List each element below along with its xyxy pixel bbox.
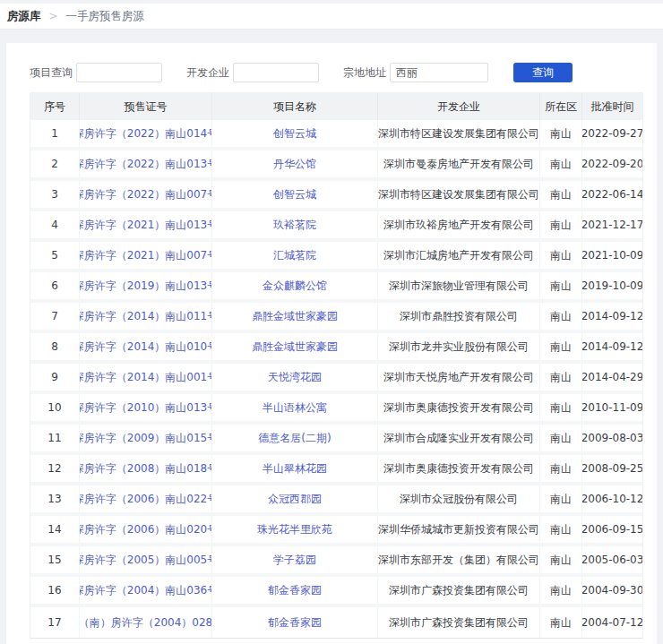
developer-name: 深圳市天悦房地产开发有限公司 <box>378 364 540 391</box>
cert-link[interactable]: 深房许字（2019）南山013号 <box>80 272 212 299</box>
district-cell: 南山 <box>540 364 582 391</box>
cert-link[interactable]: 深房许字（2014）南山001号 <box>80 364 212 391</box>
project-link[interactable]: 珠光花半里欣苑 <box>212 516 378 543</box>
table-row: 3 深房许字（2022）南山007号 创智云城 深圳市特区建设发展集团有限公司 … <box>30 181 642 211</box>
developer-name: 深圳市特区建设发展集团有限公司 <box>378 181 540 208</box>
cert-link[interactable]: 深房许字（2004）南山036号 <box>80 577 212 604</box>
project-link[interactable]: 众冠西郡园 <box>212 485 378 512</box>
table-row: 14 深房许字（2006）南山020号 珠光花半里欣苑 深圳华侨城城市更新投资有… <box>30 516 642 546</box>
developer-name: 深圳市广森投资集团有限公司 <box>378 577 540 604</box>
row-index: 13 <box>30 485 80 512</box>
project-link[interactable]: 郁金香家园 <box>212 577 378 604</box>
project-link[interactable]: 半山翠林花园 <box>212 455 378 482</box>
developer-name: 深圳市特区建设发展集团有限公司 <box>378 120 540 147</box>
project-link[interactable]: 汇城茗院 <box>212 242 378 269</box>
cert-link[interactable]: 深房许字（2021）南山007号 <box>80 242 212 269</box>
project-link[interactable]: 鼎胜金域世家豪园 <box>212 333 378 360</box>
table-row: 1 深房许字（2022）南山014号 创智云城 深圳市特区建设发展集团有限公司 … <box>30 120 642 150</box>
developer-name: 深圳市玖裕房地产开发有限公司 <box>378 211 540 238</box>
approval-date: 2014-04-29 <box>582 364 642 391</box>
project-search-input[interactable] <box>76 63 162 82</box>
project-link[interactable]: 创智云城 <box>212 120 378 147</box>
cert-link[interactable]: 深房许字（2022）南山007号 <box>80 181 212 208</box>
search-button[interactable]: 查询 <box>513 63 573 82</box>
table-row: 16 深房许字（2004）南山036号 郁金香家园 深圳市广森投资集团有限公司 … <box>30 577 642 607</box>
district-cell: 南山 <box>540 607 582 638</box>
cert-link[interactable]: 深房许字（2008）南山018号 <box>80 455 212 482</box>
approval-date: 2021-10-09 <box>582 242 642 269</box>
cert-link[interactable]: 深房许字（2010）南山013号 <box>80 394 212 421</box>
cert-link[interactable]: 深房许字（2014）南山010号 <box>80 333 212 360</box>
table-row: 4 深房许字（2021）南山013号 玖裕茗院 深圳市玖裕房地产开发有限公司 南… <box>30 211 642 242</box>
table-row: 8 深房许字（2014）南山010号 鼎胜金域世家豪园 深圳市龙井实业股份有限公… <box>30 333 642 364</box>
developer-input[interactable] <box>233 63 319 82</box>
approval-date: 2006-09-15 <box>582 516 642 543</box>
district-cell: 南山 <box>540 150 582 177</box>
row-index: 3 <box>30 181 80 208</box>
developer-name: 深圳华侨城城市更新投资有限公司 <box>378 516 540 543</box>
row-index: 7 <box>30 303 80 330</box>
breadcrumb-root[interactable]: 房源库 <box>7 9 41 24</box>
table-row: 13 深房许字（2006）南山022号 众冠西郡园 深圳市众冠股份有限公司 南山… <box>30 485 642 516</box>
table-body: 1 深房许字（2022）南山014号 创智云城 深圳市特区建设发展集团有限公司 … <box>30 120 642 638</box>
approval-date: 2021-12-17 <box>582 211 642 238</box>
approval-date: 2006-10-12 <box>582 485 642 512</box>
table-row: 17 深（南）房许字（2004）028号 郁金香家园 深圳市广森投资集团有限公司… <box>30 607 642 638</box>
row-index: 9 <box>30 364 80 391</box>
project-link[interactable]: 鼎胜金域世家豪园 <box>212 303 378 330</box>
cert-link[interactable]: 深房许字（2014）南山011号 <box>80 303 212 330</box>
row-index: 4 <box>30 211 80 238</box>
cert-link[interactable]: 深房许字（2022）南山013号 <box>80 150 212 177</box>
address-label: 宗地地址 <box>343 65 386 81</box>
col-header-index: 序号 <box>30 93 80 120</box>
project-link[interactable]: 学子荔园 <box>212 546 378 573</box>
approval-date: 2005-06-03 <box>582 546 642 573</box>
row-index: 11 <box>30 425 80 451</box>
address-input[interactable] <box>390 63 488 82</box>
district-cell: 南山 <box>540 425 582 451</box>
district-cell: 南山 <box>540 211 582 238</box>
project-link[interactable]: 德意名居(二期) <box>212 425 378 451</box>
cert-link[interactable]: 深房许字（2006）南山020号 <box>80 516 212 543</box>
district-cell: 南山 <box>540 577 582 604</box>
developer-name: 深圳市龙井实业股份有限公司 <box>378 333 540 360</box>
project-link[interactable]: 创智云城 <box>212 181 378 208</box>
cert-link[interactable]: 深（南）房许字（2004）028号 <box>80 607 212 638</box>
developer-name: 深圳市广森投资集团有限公司 <box>378 607 540 638</box>
row-index: 12 <box>30 455 80 482</box>
district-cell: 南山 <box>540 546 582 573</box>
table-row: 9 深房许字（2014）南山001号 天悦湾花园 深圳市天悦房地产开发有限公司 … <box>30 364 642 394</box>
district-cell: 南山 <box>540 120 582 147</box>
cert-link[interactable]: 深房许字（2021）南山013号 <box>80 211 212 238</box>
row-index: 1 <box>30 120 80 147</box>
district-cell: 南山 <box>540 485 582 512</box>
approval-date: 2009-08-03 <box>582 425 642 451</box>
project-link[interactable]: 金众麒麟公馆 <box>212 272 378 299</box>
cert-link[interactable]: 深房许字（2005）南山005号 <box>80 546 212 573</box>
project-link[interactable]: 玖裕茗院 <box>212 211 378 238</box>
cert-link[interactable]: 深房许字（2009）南山015号 <box>80 425 212 451</box>
project-link[interactable]: 郁金香家园 <box>212 607 378 638</box>
developer-name: 深圳市汇城房地产开发有限公司 <box>378 242 540 269</box>
developer-name: 深圳市深旅物业管理有限公司 <box>378 272 540 299</box>
presale-table: 序号 预售证号 项目名称 开发企业 所在区 批准时间 1 深房许字（2022）南… <box>30 92 643 639</box>
developer-name: 深圳市合成隆实业开发有限公司 <box>378 425 540 451</box>
col-header-cert: 预售证号 <box>80 93 212 120</box>
developer-name: 深圳市众冠股份有限公司 <box>378 485 540 512</box>
row-index: 6 <box>30 272 80 299</box>
developer-name: 深圳市曼泰房地产开发有限公司 <box>378 150 540 177</box>
cert-link[interactable]: 深房许字（2006）南山022号 <box>80 485 212 512</box>
col-header-date: 批准时间 <box>582 93 642 120</box>
col-header-district: 所在区 <box>540 93 582 120</box>
row-index: 17 <box>30 607 80 638</box>
cert-link[interactable]: 深房许字（2022）南山014号 <box>80 120 212 147</box>
col-header-developer: 开发企业 <box>378 93 540 120</box>
table-row: 6 深房许字（2019）南山013号 金众麒麟公馆 深圳市深旅物业管理有限公司 … <box>30 272 642 303</box>
project-link[interactable]: 丹华公馆 <box>212 150 378 177</box>
project-link[interactable]: 半山语林公寓 <box>212 394 378 421</box>
district-cell: 南山 <box>540 333 582 360</box>
project-link[interactable]: 天悦湾花园 <box>212 364 378 391</box>
row-index: 14 <box>30 516 80 543</box>
developer-label: 开发企业 <box>186 65 229 81</box>
approval-date: 2022-06-14 <box>582 181 642 208</box>
